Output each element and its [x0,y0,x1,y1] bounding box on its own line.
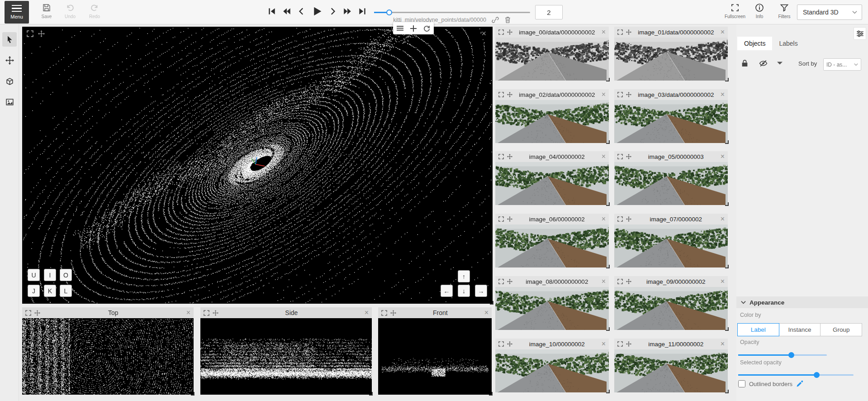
expand-panel-icon[interactable] [498,154,504,159]
save-button[interactable]: Save [37,3,57,19]
pointcloud-side-canvas[interactable] [200,318,372,395]
expand-panel-icon[interactable] [617,154,623,159]
pan-down-button[interactable]: ↓ [458,285,470,297]
expand-panel-icon[interactable] [204,310,209,316]
pointcloud-top-canvas[interactable] [22,318,194,395]
refresh-icon[interactable] [423,25,430,32]
move-panel-icon[interactable] [626,279,631,284]
resize-handle[interactable] [606,78,610,81]
resize-handle[interactable] [725,327,729,331]
expand-panel-icon[interactable] [498,29,504,35]
color-by-group-button[interactable]: Group [820,323,862,336]
move-panel-icon[interactable] [213,310,218,316]
move-panel-icon[interactable] [507,279,512,284]
camera-image[interactable] [614,349,728,392]
close-icon[interactable]: × [186,309,190,316]
pan-up-button[interactable]: ↑ [458,270,470,282]
move-panel-icon[interactable] [507,216,512,222]
close-icon[interactable]: × [602,29,606,36]
camera-image[interactable] [614,100,728,143]
resize-handle[interactable] [490,301,493,305]
undo-button[interactable]: Undo [60,3,80,19]
slider-handle[interactable] [814,372,820,378]
expand-panel-icon[interactable] [617,29,623,35]
camera-image[interactable] [495,349,609,392]
resize-handle[interactable] [606,140,610,144]
close-icon[interactable]: × [602,278,606,285]
outlined-borders-checkbox[interactable] [738,380,745,387]
fast-forward-button[interactable] [342,7,352,16]
link-icon[interactable] [492,16,499,24]
close-icon[interactable]: × [484,309,489,316]
opacity-slider[interactable] [738,352,827,358]
skip-to-start-button[interactable] [267,7,276,16]
move-panel-icon[interactable] [626,216,631,222]
key-o-button[interactable]: O [60,269,72,281]
sort-order-select[interactable]: ID - as... [823,58,861,71]
pan-right-button[interactable]: → [475,285,487,297]
camera-image[interactable] [614,287,728,330]
move-panel-icon[interactable] [38,30,45,37]
timeline-slider[interactable] [374,10,530,15]
close-icon[interactable]: × [602,91,606,98]
camera-image[interactable] [495,287,609,330]
camera-image[interactable] [614,224,728,267]
key-i-button[interactable]: I [44,269,56,281]
expand-panel-icon[interactable] [617,341,623,347]
expand-panel-icon[interactable] [27,30,33,37]
cuboid-tool-button[interactable] [2,74,17,88]
move-panel-icon[interactable] [626,92,631,97]
camera-image[interactable] [495,38,609,81]
camera-image[interactable] [495,224,609,267]
expand-panel-icon[interactable] [381,310,387,316]
close-icon[interactable]: × [721,340,725,348]
move-panel-icon[interactable] [626,29,631,35]
menu-button[interactable]: Menu [5,1,29,24]
expand-panel-icon[interactable] [498,216,504,222]
key-j-button[interactable]: J [28,285,40,297]
expand-panel-icon[interactable] [498,341,504,347]
hide-all-eye-off-icon[interactable] [759,59,768,67]
move-panel-icon[interactable] [626,341,631,347]
move-panel-icon[interactable] [507,29,512,35]
selected-opacity-slider[interactable] [738,372,854,378]
close-icon[interactable]: × [365,309,369,316]
expand-panel-icon[interactable] [617,279,623,284]
next-frame-button[interactable] [328,7,337,16]
color-by-label-button[interactable]: Label [737,323,779,336]
close-panel-icon[interactable]: × [481,29,486,38]
resize-handle[interactable] [191,392,194,396]
tab-objects[interactable]: Objects [737,37,772,50]
key-l-button[interactable]: L [60,285,72,297]
move-panel-icon[interactable] [507,92,512,97]
lock-icon[interactable] [741,59,749,67]
expand-panel-icon[interactable] [617,92,623,97]
move-panel-icon[interactable] [507,154,512,159]
key-u-button[interactable]: U [28,269,40,281]
resize-handle[interactable] [725,202,729,206]
pointcloud-3d-canvas[interactable] [22,27,493,304]
close-icon[interactable]: × [602,215,606,223]
pointcloud-front-canvas[interactable] [378,318,492,395]
expand-options-chevron-icon[interactable] [777,62,783,66]
appearance-section-header[interactable]: Appearance [736,296,868,308]
camera-image[interactable] [614,38,728,81]
skip-to-end-button[interactable] [358,7,367,16]
close-icon[interactable]: × [721,215,725,223]
trash-icon[interactable] [504,16,511,24]
resize-handle[interactable] [606,202,610,206]
close-icon[interactable]: × [721,91,725,98]
list-icon[interactable] [397,25,403,31]
move-tool-button[interactable] [2,53,17,67]
resize-handle[interactable] [725,390,729,393]
move-panel-icon[interactable] [34,310,40,316]
resize-handle[interactable] [725,140,729,144]
select-tool-button[interactable] [2,32,17,47]
add-icon[interactable] [410,25,417,32]
move-panel-icon[interactable] [390,310,396,316]
previous-frame-button[interactable] [297,7,306,16]
fast-backward-button[interactable] [282,7,292,16]
resize-handle[interactable] [725,78,729,81]
panel-settings-button[interactable] [854,27,866,40]
expand-panel-icon[interactable] [498,92,504,97]
